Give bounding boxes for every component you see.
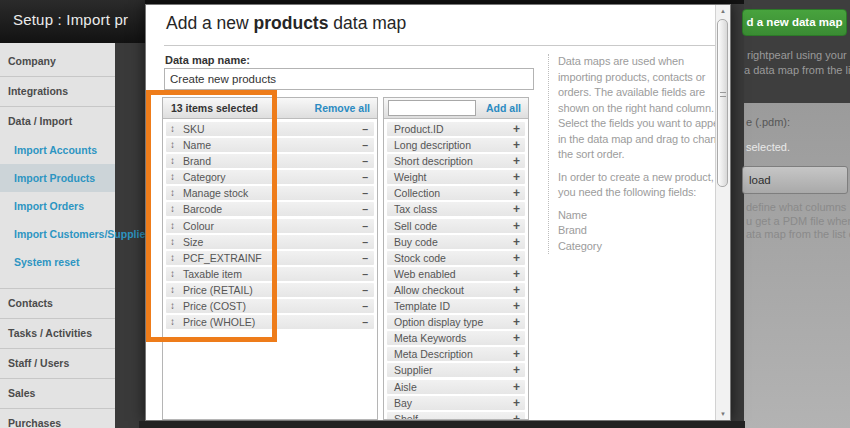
sidebar-item[interactable]: Company bbox=[0, 47, 115, 76]
available-field-row[interactable]: Stock code + bbox=[387, 251, 525, 265]
add-field-button[interactable]: + bbox=[513, 283, 520, 297]
selected-field-row[interactable]: ↕ SKU – bbox=[166, 122, 374, 136]
remove-field-button[interactable]: – bbox=[362, 315, 368, 329]
drag-handle-icon[interactable]: ↕ bbox=[170, 138, 175, 152]
available-field-row[interactable]: Weight + bbox=[387, 170, 525, 184]
scroll-up-icon[interactable]: ▲ bbox=[716, 8, 730, 14]
drag-handle-icon[interactable]: ↕ bbox=[170, 122, 175, 136]
drag-handle-icon[interactable]: ↕ bbox=[170, 315, 175, 329]
selected-field-row[interactable]: ↕ PCF_EXTRAINF – bbox=[166, 251, 374, 265]
available-field-row[interactable]: Meta Keywords + bbox=[387, 331, 525, 345]
available-field-row[interactable]: Buy code + bbox=[387, 235, 525, 249]
available-field-row[interactable]: Meta Description + bbox=[387, 347, 525, 361]
remove-field-button[interactable]: – bbox=[362, 170, 368, 184]
drag-handle-icon[interactable]: ↕ bbox=[170, 202, 175, 216]
add-field-button[interactable]: + bbox=[513, 299, 520, 313]
available-field-row[interactable]: Collection + bbox=[387, 186, 525, 200]
drag-handle-icon[interactable]: ↕ bbox=[170, 251, 175, 265]
sidebar-item[interactable]: Import Orders bbox=[0, 192, 115, 220]
add-field-button[interactable]: + bbox=[513, 186, 520, 200]
add-field-button[interactable]: + bbox=[513, 138, 520, 152]
selected-field-row[interactable]: ↕ Price (WHOLE) – bbox=[166, 315, 374, 329]
drag-handle-icon[interactable]: ↕ bbox=[170, 186, 175, 200]
add-field-button[interactable]: + bbox=[513, 347, 520, 361]
drag-handle-icon[interactable]: ↕ bbox=[170, 154, 175, 168]
remove-field-button[interactable]: – bbox=[362, 186, 368, 200]
remove-field-button[interactable]: – bbox=[362, 299, 368, 313]
selected-field-row[interactable]: ↕ Size – bbox=[166, 235, 374, 249]
available-field-row[interactable]: Web enabled + bbox=[387, 267, 525, 281]
sidebar-item[interactable]: Import Customers/Suppliers bbox=[0, 220, 115, 248]
available-field-row[interactable]: Template ID + bbox=[387, 299, 525, 313]
add-all-link[interactable]: Add all bbox=[486, 98, 521, 118]
available-field-row[interactable]: Bay + bbox=[387, 396, 525, 410]
add-field-button[interactable]: + bbox=[513, 235, 520, 249]
sidebar-item[interactable]: Purchases bbox=[0, 408, 115, 428]
remove-field-button[interactable]: – bbox=[362, 235, 368, 249]
remove-field-button[interactable]: – bbox=[362, 283, 368, 297]
add-field-button[interactable]: + bbox=[513, 396, 520, 410]
remove-field-button[interactable]: – bbox=[362, 138, 368, 152]
available-field-row[interactable]: Aisle + bbox=[387, 380, 525, 394]
selected-field-row[interactable]: ↕ Brand – bbox=[166, 154, 374, 168]
add-new-data-map-button[interactable]: d a new data map bbox=[742, 9, 847, 36]
selected-field-row[interactable]: ↕ Price (RETAIL) – bbox=[166, 283, 374, 297]
add-field-button[interactable]: + bbox=[513, 412, 520, 419]
available-field-row[interactable]: Short description + bbox=[387, 154, 525, 168]
selected-field-row[interactable]: ↕ Price (COST) – bbox=[166, 299, 374, 313]
available-field-row[interactable]: Long description + bbox=[387, 138, 525, 152]
selected-field-row[interactable]: ↕ Colour – bbox=[166, 219, 374, 233]
sidebar-item[interactable]: Data / Import bbox=[0, 106, 115, 136]
add-field-button[interactable]: + bbox=[513, 251, 520, 265]
selected-field-row[interactable]: ↕ Manage stock – bbox=[166, 186, 374, 200]
available-field-row[interactable]: Product.ID + bbox=[387, 122, 525, 136]
drag-handle-icon[interactable]: ↕ bbox=[170, 219, 175, 233]
available-field-row[interactable]: Tax class + bbox=[387, 202, 525, 216]
add-field-button[interactable]: + bbox=[513, 122, 520, 136]
drag-handle-icon[interactable]: ↕ bbox=[170, 299, 175, 313]
add-field-button[interactable]: + bbox=[513, 363, 520, 377]
add-field-button[interactable]: + bbox=[513, 331, 520, 345]
add-field-button[interactable]: + bbox=[513, 170, 520, 184]
sidebar-item[interactable]: Integrations bbox=[0, 76, 115, 106]
add-field-button[interactable]: + bbox=[513, 154, 520, 168]
available-field-row[interactable]: Shelf + bbox=[387, 412, 525, 419]
sidebar-item[interactable]: Contacts bbox=[0, 288, 115, 318]
field-search-input[interactable] bbox=[388, 100, 476, 116]
add-field-button[interactable]: + bbox=[513, 202, 520, 216]
scrollbar-thumb[interactable] bbox=[717, 19, 728, 187]
sidebar-item[interactable]: Sales bbox=[0, 378, 115, 408]
remove-field-button[interactable]: – bbox=[362, 122, 368, 136]
remove-all-link[interactable]: Remove all bbox=[315, 98, 370, 118]
data-map-name-input[interactable] bbox=[164, 68, 534, 90]
drag-handle-icon[interactable]: ↕ bbox=[170, 267, 175, 281]
sidebar-item[interactable]: Import Products bbox=[0, 164, 115, 192]
selected-field-row[interactable]: ↕ Barcode – bbox=[166, 202, 374, 216]
load-button[interactable]: load bbox=[742, 166, 848, 194]
available-field-row[interactable]: Supplier + bbox=[387, 363, 525, 377]
selected-field-row[interactable]: ↕ Category – bbox=[166, 170, 374, 184]
sidebar-item[interactable]: Staff / Users bbox=[0, 348, 115, 378]
remove-field-button[interactable]: – bbox=[362, 251, 368, 265]
drag-handle-icon[interactable]: ↕ bbox=[170, 235, 175, 249]
remove-field-button[interactable]: – bbox=[362, 202, 368, 216]
sidebar-item[interactable]: System reset bbox=[0, 248, 115, 276]
sidebar-item[interactable]: Tasks / Activities bbox=[0, 318, 115, 348]
available-field-row[interactable]: Sell code + bbox=[387, 219, 525, 233]
remove-field-button[interactable]: – bbox=[362, 219, 368, 233]
selected-field-row[interactable]: ↕ Taxable item – bbox=[166, 267, 374, 281]
available-field-row[interactable]: Allow checkout + bbox=[387, 283, 525, 297]
drag-handle-icon[interactable]: ↕ bbox=[170, 170, 175, 184]
sidebar-item[interactable]: Import Accounts bbox=[0, 136, 115, 164]
add-field-button[interactable]: + bbox=[513, 380, 520, 394]
selected-field-row[interactable]: ↕ Name – bbox=[166, 138, 374, 152]
remove-field-button[interactable]: – bbox=[362, 267, 368, 281]
scroll-down-icon[interactable]: ▼ bbox=[716, 411, 730, 417]
add-field-button[interactable]: + bbox=[513, 315, 520, 329]
add-field-button[interactable]: + bbox=[513, 267, 520, 281]
available-field-row[interactable]: Option display type + bbox=[387, 315, 525, 329]
drag-handle-icon[interactable]: ↕ bbox=[170, 283, 175, 297]
add-field-button[interactable]: + bbox=[513, 219, 520, 233]
modal-scrollbar[interactable]: ▲ ▼ bbox=[715, 5, 730, 420]
remove-field-button[interactable]: – bbox=[362, 154, 368, 168]
